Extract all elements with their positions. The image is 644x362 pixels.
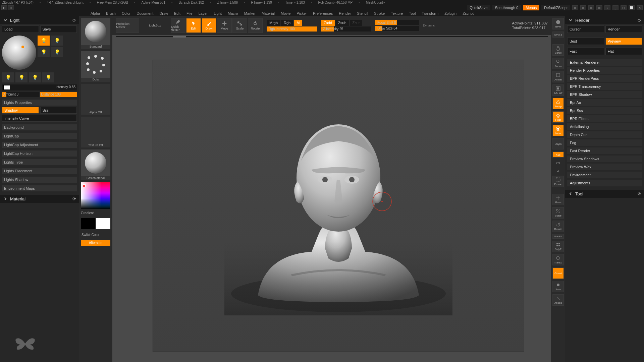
nav-move-button[interactable]: Move [552, 194, 564, 205]
best-button[interactable]: Best [567, 38, 604, 45]
render-item-shadow[interactable]: BPR Shadow [567, 91, 642, 98]
quicksave-button[interactable]: QuickSave [467, 5, 490, 10]
sss-toggle[interactable]: Sss [40, 107, 77, 114]
render-button[interactable]: Render [605, 25, 642, 33]
close-icon[interactable]: ✕ [637, 5, 643, 10]
refresh-material-icon[interactable]: ⟳ [72, 196, 76, 201]
viewport[interactable] [153, 60, 524, 352]
secondary-color-swatch[interactable] [81, 218, 95, 229]
menu-render[interactable]: Render [339, 11, 351, 15]
actual-button[interactable]: Actual [552, 71, 564, 82]
menu-tool[interactable]: Tool [409, 11, 416, 15]
primary-color-swatch[interactable] [96, 218, 110, 229]
nav-rotate-button[interactable]: Rotate [552, 221, 564, 232]
minimize-icon[interactable]: _ [612, 5, 619, 10]
light-position-dot[interactable] [21, 46, 24, 48]
persp-button[interactable]: Persp [552, 98, 564, 109]
zsub-toggle[interactable]: Zsub [335, 20, 349, 26]
light-6-toggle[interactable]: 💡 [15, 72, 28, 82]
menu-draw[interactable]: Draw [159, 11, 168, 15]
light-panel-header[interactable]: Light ⟳ [0, 16, 79, 24]
menu-transform[interactable]: Transform [422, 11, 438, 15]
draw-button[interactable]: Draw [202, 18, 216, 33]
light-1-toggle[interactable]: 💡 [38, 36, 50, 46]
flat-button[interactable]: Flat [605, 48, 642, 55]
rotate-button[interactable]: Rotate [248, 18, 263, 33]
color-picker[interactable] [81, 182, 110, 209]
render-item-depth[interactable]: Depth Cue [567, 131, 642, 138]
polyf-button[interactable]: PolyF [552, 241, 564, 252]
zcut-toggle[interactable]: Zcut [350, 20, 362, 26]
switch-color-button[interactable]: SwitchColor [81, 232, 110, 237]
floor-button[interactable]: Floor [552, 111, 564, 123]
lights-properties-header[interactable]: Lights Properties [2, 100, 77, 106]
ghost-button[interactable]: Ghost [552, 267, 564, 279]
section-env-maps[interactable]: Environment Maps [2, 185, 77, 191]
light-3-toggle[interactable]: 💡 [38, 47, 50, 57]
refresh-icon[interactable]: ⟳ [72, 18, 76, 23]
preview-button[interactable]: Preview [605, 38, 642, 45]
layout-4-icon[interactable]: ▭ [596, 5, 602, 10]
distance-slider[interactable]: Distance 100 [40, 92, 77, 97]
stroke-selector[interactable]: Dots [81, 51, 110, 82]
layout-1-icon[interactable]: ▭ [572, 5, 578, 10]
linefill-button[interactable]: Line Fill [552, 234, 564, 239]
scroll-button[interactable]: Scroll [552, 44, 564, 56]
alpha-selector[interactable]: Alpha Off [81, 84, 110, 115]
zadd-toggle[interactable]: Zadd [321, 20, 335, 26]
load-button[interactable]: Load [2, 25, 39, 33]
light-8-toggle[interactable]: 💡 [42, 72, 54, 82]
hide-left-icon[interactable]: ◧ [1, 5, 7, 10]
z-button[interactable]: Z [552, 168, 564, 174]
render-item-fast[interactable]: Fast Render [567, 147, 642, 154]
render-item-aa[interactable]: Antialiasing [567, 123, 642, 130]
section-background[interactable]: Background [2, 124, 77, 130]
zoom-button[interactable]: Zoom [552, 58, 564, 69]
section-lightcap-horizon[interactable]: LightCap Horizon [2, 150, 77, 157]
xpose-button[interactable]: Xpose [552, 294, 564, 306]
ambient-slider[interactable]: Ambient 3 [2, 92, 39, 97]
transp-button[interactable]: Transp [552, 254, 564, 265]
menu-material[interactable]: Material [262, 11, 275, 15]
y-button[interactable]: (Y) [552, 160, 564, 166]
render-item-pwax[interactable]: Preview Wax [567, 164, 642, 170]
help-icon[interactable]: ? [604, 5, 610, 10]
color-cursor[interactable] [83, 184, 86, 187]
menu-marker[interactable]: Marker [244, 11, 256, 15]
menu-stroke[interactable]: Stroke [374, 11, 385, 15]
quick-sketch-button[interactable]: Quick Sketch [171, 18, 185, 33]
aahalf-button[interactable]: AAHalf [552, 84, 564, 96]
rgb-toggle[interactable]: Rgb [281, 20, 293, 26]
move-button[interactable]: Move [217, 18, 232, 33]
tool-panel-header[interactable]: Tool ⟳ [565, 190, 644, 198]
menu-layer[interactable]: Layer [199, 11, 208, 15]
rgb-intensity-slider[interactable]: Rgb Intensity 100 [267, 26, 317, 32]
menu-macro[interactable]: Macro [228, 11, 238, 15]
lightbox-button[interactable]: LightBox [143, 18, 167, 33]
render-item-renderpass[interactable]: BPR RenderPass [567, 75, 642, 82]
menu-alpha[interactable]: Alpha [91, 11, 100, 15]
default-zscript[interactable]: DefaultZScript [541, 5, 570, 10]
render-panel-header[interactable]: Render ⟳ [565, 16, 644, 24]
alternate-button[interactable]: Alternate [81, 240, 110, 246]
menu-stencil[interactable]: Stencil [357, 11, 368, 15]
nav-scale-button[interactable]: Scale [552, 207, 564, 219]
light-direction-sphere[interactable] [2, 36, 36, 70]
timeline-scrollbar[interactable] [116, 36, 548, 37]
bpr-button[interactable]: BPR [552, 18, 564, 29]
projection-master-button[interactable]: Projection Master [116, 18, 139, 33]
menu-zplugin[interactable]: Zplugin [444, 11, 457, 15]
intensity-curve-button[interactable]: Intensity Curve [2, 115, 77, 122]
texture-selector[interactable]: Texture Off [81, 117, 110, 147]
menu-color[interactable]: Color [122, 11, 130, 15]
material-panel-header[interactable]: Material ⟳ [0, 195, 79, 203]
m-toggle[interactable]: M [294, 20, 302, 26]
render-item-filters[interactable]: BPR Filters [567, 115, 642, 122]
light-4-toggle[interactable]: 💡 [51, 47, 63, 57]
render-item-adj[interactable]: Adjustments [567, 180, 642, 186]
menu-texture[interactable]: Texture [391, 11, 403, 15]
menu-picker[interactable]: Picker [297, 11, 307, 15]
section-lightcap[interactable]: LightCap [2, 133, 77, 139]
menu-preferences[interactable]: Preferences [313, 11, 333, 15]
z-intensity-slider[interactable]: Z Intensity 25 [321, 26, 371, 32]
